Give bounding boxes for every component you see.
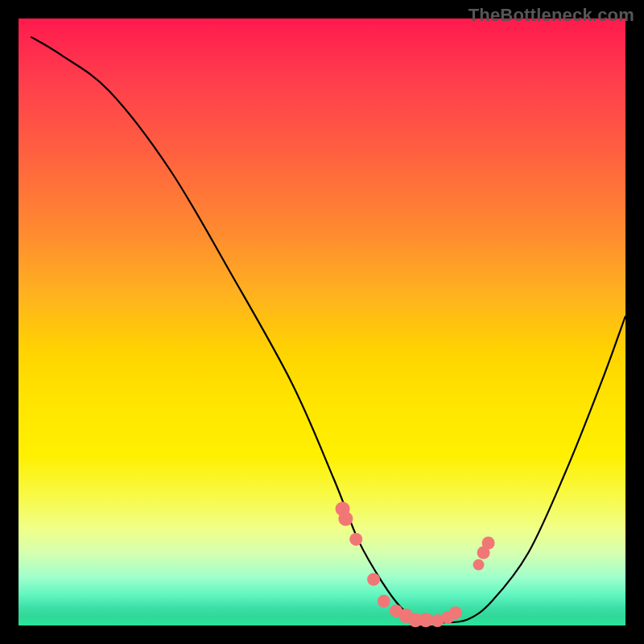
chart-container: TheBottleneck.com <box>0 0 644 644</box>
bead-point <box>419 613 433 627</box>
bead-point <box>378 595 390 608</box>
bead-point <box>482 537 495 550</box>
bead-point <box>349 533 362 546</box>
bead-point <box>338 511 353 526</box>
bead-group <box>336 502 495 627</box>
bead-point <box>449 606 462 619</box>
bead-point <box>367 573 380 586</box>
chart-overlay <box>19 19 625 625</box>
bead-point <box>473 559 485 571</box>
bottleneck-curve <box>31 37 625 623</box>
